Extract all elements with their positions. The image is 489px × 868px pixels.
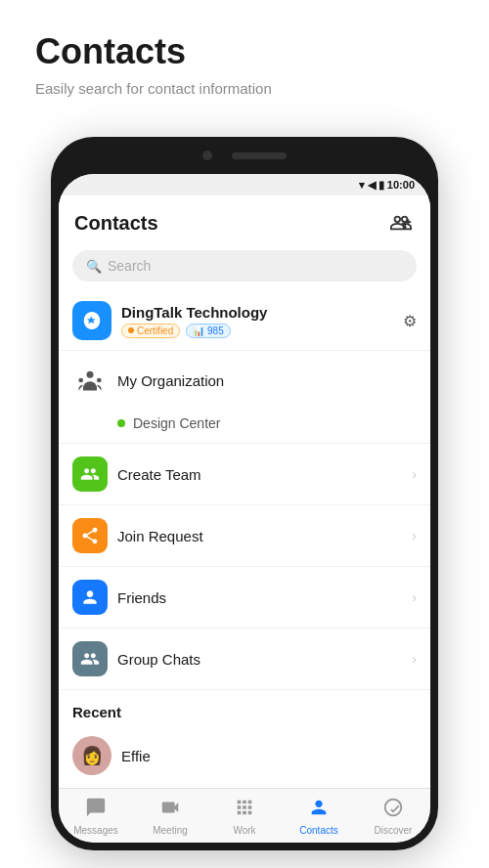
nav-item-discover[interactable]: Discover [356,789,430,843]
nav-item-work[interactable]: Work [207,789,282,843]
org-row[interactable]: My Organization [59,351,430,410]
menu-arrow-1: › [412,528,417,543]
nav-items-container: MessagesMeetingWorkContactsDiscover [59,789,430,843]
status-icons: ▾ ◀ ▮ 10:00 [359,179,415,192]
svg-point-3 [78,378,83,383]
menu-item-group-chats[interactable]: Group Chats› [59,629,430,690]
certified-badge: Certified [121,324,180,338]
recent-item-0[interactable]: 👩Effie [72,730,417,781]
signal-icon: ◀ [368,179,376,192]
nav-icon-contacts [308,797,330,823]
add-contact-button[interactable] [387,209,415,237]
org-name: My Organization [117,372,417,389]
recent-title: Recent [72,704,417,720]
nav-label-discover: Discover [375,825,413,836]
dingtalk-name: DingTalk Technology [121,304,393,321]
nav-item-messages[interactable]: Messages [59,789,133,843]
menu-icon-0 [72,456,108,492]
contacts-app-title: Contacts [74,212,158,235]
phone-frame: ▾ ◀ ▮ 10:00 Contacts [51,137,438,850]
stats-badge: 📊 985 [186,324,230,338]
dingtalk-row[interactable]: DingTalk Technology Certified 📊 985 ⚙ [59,291,430,351]
sub-dot [117,419,125,427]
bottom-nav: MessagesMeetingWorkContactsDiscover [59,788,430,843]
dingtalk-info: DingTalk Technology Certified 📊 985 [121,304,393,338]
page-title: Contacts [35,31,454,72]
org-icon [72,363,108,398]
nav-icon-discover [382,797,404,823]
menu-icon-3 [72,641,108,676]
menu-icon-2 [72,580,108,615]
search-bar[interactable]: 🔍 Search [72,250,417,282]
speaker-bar [232,152,287,159]
design-center-label: Design Center [133,415,221,431]
search-icon: 🔍 [86,259,102,274]
dingtalk-avatar [72,301,111,340]
search-container: 🔍 Search [59,246,430,291]
menu-label-3: Group Chats [117,651,402,668]
svg-point-4 [97,378,102,383]
nav-item-contacts[interactable]: Contacts [282,789,356,843]
nav-label-messages: Messages [73,825,118,836]
page-subtitle: Easily search for contact information [35,80,454,97]
contacts-header: Contacts [59,195,430,246]
nav-label-meeting: Meeting [153,825,188,836]
dingtalk-badges: Certified 📊 985 [121,324,393,338]
page-header: Contacts Easily search for contact infor… [0,0,489,112]
menu-item-friends[interactable]: Friends› [59,567,430,629]
recent-name-0: Effie [121,748,151,764]
recent-section: Recent 👩Effie [59,690,430,787]
design-center-row[interactable]: Design Center [59,410,430,444]
certified-dot [128,327,134,333]
camera-dot [202,151,212,160]
recent-items-container: 👩Effie [72,730,417,781]
recent-avatar-0: 👩 [72,736,111,775]
wifi-icon: ▾ [359,179,365,192]
status-bar: ▾ ◀ ▮ 10:00 [59,174,430,195]
battery-icon: ▮ [378,179,384,192]
menu-arrow-0: › [412,466,417,482]
nav-icon-meeting [159,797,181,823]
nav-icon-messages [85,797,107,823]
menu-label-1: Join Request [117,528,402,544]
search-placeholder: Search [108,258,151,274]
menu-label-2: Friends [117,589,402,606]
app-content: Contacts 🔍 Search [59,195,430,788]
status-time: 10:00 [387,179,415,191]
menu-item-join-request[interactable]: Join Request› [59,505,430,567]
filter-icon[interactable]: ⚙ [403,312,417,330]
menu-arrow-2: › [412,589,417,605]
menu-items-container: Create Team›Join Request›Friends›Group C… [59,444,430,690]
menu-label-0: Create Team [117,466,402,483]
nav-label-contacts: Contacts [299,825,337,836]
nav-item-meeting[interactable]: Meeting [133,789,207,843]
menu-arrow-3: › [412,651,417,667]
menu-icon-1 [72,518,108,553]
svg-point-2 [87,371,94,378]
nav-label-work: Work [233,825,255,836]
menu-item-create-team[interactable]: Create Team› [59,444,430,505]
phone-notch [186,145,303,166]
phone-screen: ▾ ◀ ▮ 10:00 Contacts [59,174,430,843]
nav-icon-work [234,797,255,823]
